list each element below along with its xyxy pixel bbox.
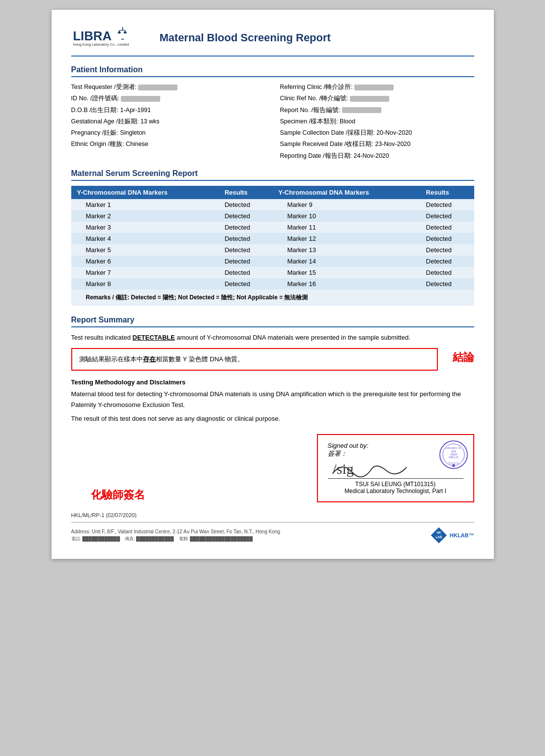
signer-name: TSUI SAI LEUNG (MT101315) Medical Labora… <box>328 481 463 494</box>
field-value: 20-Nov-2020 <box>376 129 412 136</box>
methodology-text2: The result of this test does not serve a… <box>71 413 474 424</box>
libra-logo-svg: LIBRA Hong Kong Laboratory Co., Limited <box>71 25 130 49</box>
signature-box: Laboratory Co. 香港 化驗所 有限公司 Hong Kong Sig… <box>317 434 474 502</box>
remarks-row: Remarks / 備註: Detected = 陽性; Not Detecte… <box>71 290 474 306</box>
marker-right-name: Marker 10 <box>272 210 420 222</box>
table-row: Marker 7 Detected Marker 15 Detected <box>71 267 474 278</box>
chinese-summary-box: 測驗結果顯示在樣本中存在相當數量 Y 染色體 DNA 物質。 <box>71 348 438 371</box>
field-value: Blood <box>340 118 355 125</box>
marker-left-result: Detected <box>219 233 273 244</box>
marker-left-result: Detected <box>219 278 273 290</box>
table-row: Marker 3 Detected Marker 11 Detected <box>71 222 474 233</box>
patient-field-id: ID No. /證件號碼: <box>71 93 265 104</box>
hklab-diamond-icon: HK LAB <box>430 526 448 544</box>
field-label: Sample Collection Date /採樣日期: <box>280 129 377 136</box>
remarks-text: Remarks / 備註: Detected = 陽性; Not Detecte… <box>71 290 474 306</box>
patient-grid: Test Requester /受測者: Referring Clinic /轉… <box>71 82 474 161</box>
methodology-text1: Maternal blood test for detecting Y-chro… <box>71 389 474 410</box>
marker-right-name: Marker 9 <box>272 199 420 210</box>
report-page: LIBRA Hong Kong Laboratory Co., Limited … <box>52 10 494 559</box>
field-label: Pregnancy /妊娠: <box>71 129 120 136</box>
table-row: Marker 1 Detected Marker 9 Detected <box>71 199 474 210</box>
svg-text:化驗所: 化驗所 <box>450 453 457 456</box>
serum-screening-heading: Maternal Serum Screening Report <box>71 169 474 181</box>
redacted-value <box>342 107 381 113</box>
marker-right-name: Marker 15 <box>272 267 420 278</box>
chinese-line1: 測驗結果顯示在樣本中 <box>79 355 143 363</box>
markers-table: Y-Chromosomal DNA Markers Results Y-Chro… <box>71 186 474 306</box>
table-row: Marker 5 Detected Marker 13 Detected <box>71 244 474 256</box>
field-value: 1-Apr-1991 <box>120 107 151 114</box>
svg-rect-3 <box>121 39 124 40</box>
marker-left-result: Detected <box>219 222 273 233</box>
field-value: Chinese <box>126 141 148 147</box>
marker-left-name: Marker 6 <box>71 256 219 267</box>
summary-line1: Test results indicated <box>71 334 133 341</box>
table-row: Marker 8 Detected Marker 16 Detected <box>71 278 474 290</box>
svg-rect-1 <box>122 27 123 30</box>
marker-left-name: Marker 8 <box>71 278 219 290</box>
field-label: Specimen /樣本類別: <box>280 118 340 125</box>
report-summary-heading: Report Summary <box>71 316 474 327</box>
methodology-heading: Testing Methodology and Disclaimers <box>71 378 474 386</box>
report-header: LIBRA Hong Kong Laboratory Co., Limited … <box>71 25 474 57</box>
table-row: Marker 4 Detected Marker 12 Detected <box>71 233 474 244</box>
table-row: Marker 2 Detected Marker 10 Detected <box>71 210 474 222</box>
field-label: Referring Clinic /轉介診所: <box>280 84 354 90</box>
marker-right-name: Marker 12 <box>272 233 420 244</box>
marker-right-result: Detected <box>420 256 474 267</box>
field-label: Ethnic Origin /種族: <box>71 141 126 147</box>
patient-field-empty <box>71 151 265 161</box>
serum-screening-section: Maternal Serum Screening Report Y-Chromo… <box>71 169 474 306</box>
marker-left-name: Marker 4 <box>71 233 219 244</box>
table-row: Marker 6 Detected Marker 14 Detected <box>71 256 474 267</box>
logo-area: LIBRA Hong Kong Laboratory Co., Limited <box>71 25 150 51</box>
signature-line: /sig <box>328 459 463 479</box>
patient-info-section: Patient Information Test Requester /受測者:… <box>71 65 474 161</box>
patient-field-ethnic: Ethnic Origin /種族: Chinese <box>71 139 265 149</box>
field-value: 24-Nov-2020 <box>353 152 389 159</box>
field-label: ID No. /證件號碼: <box>71 95 121 102</box>
patient-field-report-no: Report No. /報告編號: <box>280 105 474 116</box>
marker-left-name: Marker 2 <box>71 210 219 222</box>
conclusion-label: 結論 <box>453 348 474 365</box>
patient-field-sample-received: Sample Received Date /收樣日期: 23-Nov-2020 <box>280 139 474 149</box>
marker-right-result: Detected <box>420 199 474 210</box>
marker-left-result: Detected <box>219 199 273 210</box>
report-summary-section: Report Summary Test results indicated DE… <box>71 316 474 371</box>
patient-field-clinic-ref: Clinic Ref No. /轉介編號: <box>280 93 474 104</box>
footer-bar: Address: Unit F, 8/F., Valiant Industria… <box>71 522 474 544</box>
col1-header: Y-Chromosomal DNA Markers <box>71 186 219 199</box>
marker-right-result: Detected <box>420 210 474 222</box>
marker-right-result: Detected <box>420 278 474 290</box>
marker-right-name: Marker 16 <box>272 278 420 290</box>
svg-text:HK: HK <box>436 531 441 535</box>
marker-left-name: Marker 1 <box>71 199 219 210</box>
conclusion-box: 測驗結果顯示在樣本中存在相當數量 Y 染色體 DNA 物質。 結論 <box>71 348 474 371</box>
summary-line2: amount of Y-chromosomal DNA materials we… <box>175 334 410 341</box>
methodology-section: Testing Methodology and Disclaimers Mate… <box>71 378 474 424</box>
footer-address: Address: Unit F, 8/F., Valiant Industria… <box>71 529 430 542</box>
chinese-underline: 存在 <box>143 355 156 363</box>
marker-left-name: Marker 3 <box>71 222 219 233</box>
patient-field-dob: D.O.B /出生日期: 1-Apr-1991 <box>71 105 265 116</box>
col4-header: Results <box>420 186 474 199</box>
field-value: Singleton <box>120 129 145 136</box>
redacted-value <box>121 96 160 102</box>
col2-header: Results <box>219 186 273 199</box>
field-label: Report No. /報告編號: <box>280 107 342 114</box>
marker-left-result: Detected <box>219 244 273 256</box>
marker-left-result: Detected <box>219 210 273 222</box>
field-label: D.O.B /出生日期: <box>71 107 120 114</box>
marker-left-name: Marker 7 <box>71 267 219 278</box>
marker-right-name: Marker 14 <box>272 256 420 267</box>
summary-text: Test results indicated DETECTABLE amount… <box>71 332 474 343</box>
redacted-value <box>350 96 389 102</box>
patient-field-specimen: Specimen /樣本類別: Blood <box>280 116 474 127</box>
redacted-value <box>138 85 177 90</box>
field-label: Clinic Ref No. /轉介編號: <box>280 95 350 102</box>
doc-ref: HKL/ML/RP-1 (02/07/2020) <box>71 512 474 518</box>
field-label: Reporting Date /報告日期: <box>280 152 354 159</box>
marker-left-name: Marker 5 <box>71 244 219 256</box>
field-value: 13 wks <box>141 118 160 125</box>
